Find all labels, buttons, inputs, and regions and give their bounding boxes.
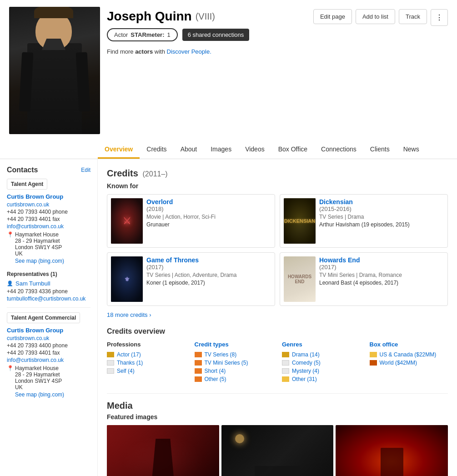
add-to-list-button[interactable]: Add to list — [356, 9, 395, 24]
contact-group-2: Curtis Brown Group curtisbrown.co.uk +44… — [7, 327, 90, 398]
representatives-section: Representatives (1) 👤 Sam Turnbull +44 2… — [7, 271, 90, 302]
tab-credits[interactable]: Credits — [140, 141, 173, 159]
dickensian-role: Arthur Havisham (19 episodes, 2015) — [319, 221, 444, 228]
howards-end-title[interactable]: Howards End — [319, 256, 444, 264]
rep-email[interactable]: turnbulloffice@curtisbrown.co.uk — [7, 296, 90, 302]
credit-card-howards-end[interactable]: HOWARDSEND Howards End (2017) TV Mini Se… — [280, 252, 448, 306]
tab-about[interactable]: About — [174, 141, 204, 159]
credit-type-tv-series[interactable]: TV Series (8) — [205, 351, 237, 358]
credits-year-range: (2011–) — [143, 170, 168, 178]
profession-thanks[interactable]: Thanks (1) — [117, 360, 143, 366]
howards-end-type: TV Mini Series | Drama, Romance — [319, 272, 444, 278]
address-line4-1: UK — [15, 251, 62, 257]
got-type: TV Series | Action, Adventure, Drama — [146, 272, 271, 278]
edit-page-button[interactable]: Edit page — [313, 9, 352, 24]
overlord-role: Grunauer — [146, 221, 271, 228]
contact-website-1[interactable]: curtisbrown.co.uk — [7, 201, 90, 208]
known-for-label: Known for — [107, 182, 448, 190]
tab-images[interactable]: Images — [204, 141, 238, 159]
credit-type-short[interactable]: Short (4) — [205, 368, 226, 374]
discover-people-link[interactable]: Discover People. — [167, 48, 211, 55]
talent-agent-commercial-badge: Talent Agent Commercial — [7, 312, 80, 323]
overlord-year: (2018) — [146, 205, 164, 212]
map-link-1[interactable]: See map (bing.com) — [15, 258, 90, 264]
profession-self[interactable]: Self (4) — [117, 368, 135, 374]
professions-header: Professions — [107, 341, 186, 348]
actor-starmeter-badge: Actor STARmeter: 1 — [107, 28, 178, 41]
featured-images-title: Featured images — [107, 413, 448, 421]
tab-box-office[interactable]: Box Office — [271, 141, 314, 159]
featured-image-1[interactable] — [107, 425, 219, 476]
contacts-title: Contacts — [7, 166, 38, 174]
starmeter-label: STARmeter: — [131, 31, 164, 38]
box-office-world[interactable]: World ($42MM) — [380, 360, 417, 366]
tab-connections[interactable]: Connections — [314, 141, 363, 159]
location-icon-1: 📍 — [7, 231, 14, 238]
tab-overview[interactable]: Overview — [98, 141, 140, 159]
profession-actor[interactable]: Actor (17) — [117, 351, 141, 358]
rep-name-link[interactable]: Sam Turnbull — [15, 280, 50, 287]
track-button[interactable]: Track — [399, 9, 427, 24]
howards-end-role: Leonard Bast (4 episodes, 2017) — [319, 280, 444, 286]
dickensian-type: TV Series | Drama — [319, 214, 444, 220]
credit-card-dickensian[interactable]: DICKENSIAN Dickensian (2015-2016) TV Ser… — [280, 194, 448, 248]
got-year: (2017) — [146, 264, 164, 271]
genre-drama[interactable]: Drama (14) — [292, 351, 320, 358]
more-credits-link[interactable]: 18 more credits › — [107, 311, 151, 318]
got-title[interactable]: Game of Thrones — [146, 256, 271, 264]
more-options-button[interactable]: ⋮ — [431, 9, 448, 26]
tab-videos[interactable]: Videos — [238, 141, 271, 159]
featured-image-2[interactable] — [221, 425, 334, 476]
starmeter-value: 1 — [167, 31, 171, 38]
contact-email-1[interactable]: info@curtisbrown.co.uk — [7, 223, 90, 230]
address-line1-2: Haymarket House — [15, 365, 62, 371]
profile-photo — [9, 7, 100, 134]
dickensian-year: (2015-2016) — [319, 205, 352, 212]
genre-mystery[interactable]: Mystery (4) — [292, 368, 319, 374]
media-title: Media — [107, 401, 448, 411]
featured-image-3[interactable] — [336, 425, 448, 476]
overlord-poster: ⚔ — [111, 198, 143, 244]
address-line1-1: Haymarket House — [15, 231, 62, 238]
credits-section: Credits (2011–) Known for ⚔ Overlord (20… — [107, 168, 448, 476]
address-line3-1: London SW1Y 4SP — [15, 244, 62, 251]
contact-website-2[interactable]: curtisbrown.co.uk — [7, 335, 90, 341]
overlord-title[interactable]: Overlord — [146, 198, 271, 205]
contact-fax-2: +44 20 7393 4401 fax — [7, 350, 90, 356]
representatives-header: Representatives (1) — [7, 271, 90, 277]
genre-other[interactable]: Other (31) — [292, 376, 317, 382]
credit-type-other[interactable]: Other (5) — [205, 376, 226, 382]
box-office-header: Box office — [370, 341, 448, 348]
address-line4-2: UK — [15, 384, 62, 391]
dickensian-title[interactable]: Dickensian — [319, 198, 444, 205]
contact-name-2[interactable]: Curtis Brown Group — [7, 327, 90, 334]
address-line2-1: 28 - 29 Haymarket — [15, 238, 62, 244]
address-line2-2: 28 - 29 Haymarket — [15, 371, 62, 378]
contact-email-2[interactable]: info@curtisbrown.co.uk — [7, 357, 90, 363]
map-link-2[interactable]: See map (bing.com) — [15, 391, 90, 398]
shared-connections-badge[interactable]: 6 shared connections — [182, 29, 250, 41]
contact-phone-2: +44 20 7393 4400 phone — [7, 342, 90, 349]
credits-overview-title: Credits overview — [107, 327, 448, 336]
credit-card-got[interactable]: ⚜ Game of Thrones (2017) TV Series | Act… — [107, 252, 275, 306]
location-icon-2: 📍 — [7, 365, 14, 371]
got-poster: ⚜ — [111, 256, 143, 302]
credits-overview: Credits overview Professions Actor (17) … — [107, 327, 448, 384]
media-section: Media Featured images — [107, 401, 448, 476]
tab-clients[interactable]: Clients — [363, 141, 397, 159]
box-office-us[interactable]: US & Canada ($22MM) — [380, 351, 437, 358]
genre-comedy[interactable]: Comedy (5) — [292, 360, 321, 366]
edit-contacts-link[interactable]: Edit — [81, 167, 90, 173]
genres-col: Genres Drama (14) Comedy (5) Mystery (4) — [282, 341, 361, 384]
person-suffix: (VIII) — [196, 11, 215, 22]
credit-type-mini-series[interactable]: TV Mini Series (5) — [205, 360, 248, 366]
howards-end-poster: HOWARDSEND — [284, 256, 316, 302]
tab-news[interactable]: News — [397, 141, 426, 159]
talent-agent-badge: Talent Agent — [7, 179, 47, 190]
contact-name-1[interactable]: Curtis Brown Group — [7, 193, 90, 200]
overlord-type: Movie | Action, Horror, Sci-Fi — [146, 214, 271, 220]
genres-header: Genres — [282, 341, 361, 348]
actor-label: Actor — [114, 31, 128, 38]
credit-card-overlord[interactable]: ⚔ Overlord (2018) Movie | Action, Horror… — [107, 194, 275, 248]
contact-fax-1: +44 20 7393 4401 fax — [7, 216, 90, 222]
